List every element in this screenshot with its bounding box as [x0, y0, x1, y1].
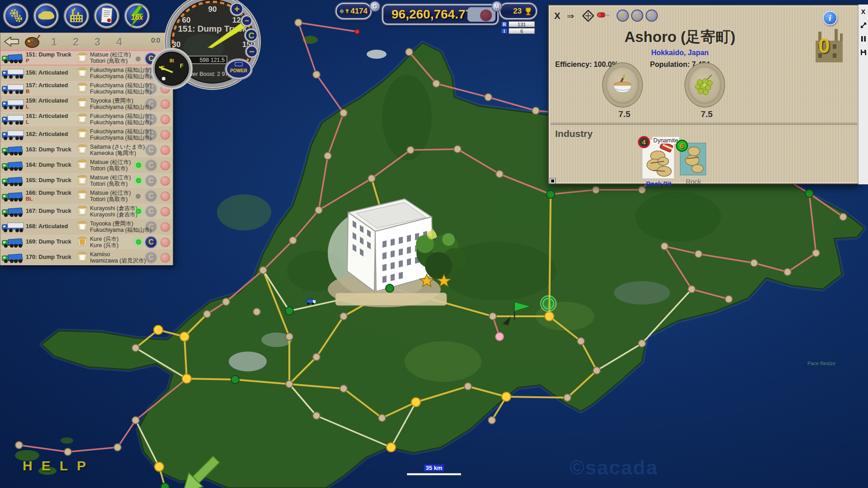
route-stop-button[interactable] [160, 115, 170, 124]
map-node[interactable] [840, 213, 847, 221]
demand-grapes-button[interactable]: 7.5 [685, 63, 724, 107]
vehicle-row[interactable]: 156: ArticulatedFukuchiyama (福知山市)Fukuch… [0, 66, 173, 81]
map-node[interactable] [313, 412, 320, 419]
residential-filter-button[interactable]: R [617, 9, 629, 22]
gauge-refresh-button[interactable]: C [244, 28, 259, 42]
industries-button[interactable] [64, 4, 89, 28]
map-node[interactable] [289, 237, 297, 244]
map-node[interactable] [464, 383, 472, 390]
map-node[interactable] [155, 462, 164, 471]
refresh-route-button[interactable]: C [145, 128, 157, 141]
back-arrow-button[interactable] [4, 37, 19, 47]
vehicle-row[interactable]: 166: Dump TruckBLMatsue (松江市)Tottori (鳥取… [0, 188, 173, 204]
map-node[interactable] [485, 94, 492, 101]
map-node[interactable] [15, 441, 23, 449]
map-node[interactable] [577, 338, 585, 345]
map-node[interactable] [154, 325, 163, 334]
map-node[interactable] [784, 268, 791, 276]
route-stop-button[interactable] [160, 161, 170, 170]
map-node[interactable] [661, 243, 668, 250]
map-node[interactable] [545, 312, 554, 321]
refresh-route-button[interactable]: C [145, 221, 157, 233]
refresh-route-button[interactable]: C [145, 113, 157, 126]
route-segment[interactable] [298, 23, 316, 75]
route-stop-button[interactable] [160, 176, 170, 186]
map-node[interactable] [593, 367, 600, 374]
map-node[interactable] [286, 333, 293, 340]
map-node[interactable] [812, 249, 820, 257]
map-node[interactable] [64, 448, 71, 455]
map-node[interactable] [286, 380, 293, 388]
panel-option-checkbox[interactable] [550, 178, 556, 184]
map-node[interactable] [161, 483, 169, 488]
route-segment[interactable] [118, 420, 136, 447]
industry-rock-pit[interactable]: 4 Dynamite Rock Pit [642, 139, 675, 179]
route-segment[interactable] [298, 23, 357, 32]
contracts-button[interactable] [94, 4, 119, 28]
map-node[interactable] [295, 19, 302, 26]
help-label[interactable]: HELP [23, 458, 95, 474]
demand-food-button[interactable]: 7.5 [603, 63, 642, 107]
map-node[interactable] [688, 286, 695, 293]
route-stop-button[interactable] [160, 222, 170, 232]
map-node[interactable] [132, 417, 139, 424]
tab-3[interactable]: 3 [94, 36, 107, 48]
zoom-out-button[interactable]: − [241, 14, 253, 27]
map-node[interactable] [253, 308, 260, 315]
route-segment[interactable] [68, 447, 118, 452]
map-node[interactable] [222, 298, 230, 305]
map-node[interactable] [495, 333, 504, 341]
map-node[interactable] [750, 259, 758, 267]
route-segment[interactable] [316, 75, 344, 113]
map-node[interactable] [324, 152, 331, 160]
route-stop-button[interactable] [160, 238, 170, 247]
resource-rock[interactable]: 6 Rock [680, 143, 706, 175]
selected-node-highlight[interactable] [541, 296, 556, 311]
map-node[interactable] [203, 310, 211, 318]
refresh-route-button[interactable]: C [145, 174, 157, 187]
map-node[interactable] [313, 71, 320, 78]
vehicle-row[interactable]: 165: Dump TruckMatsue (松江市)Tottori (鳥取市)… [0, 173, 173, 188]
map-node[interactable] [502, 392, 511, 401]
refresh-route-button[interactable]: C [145, 251, 157, 264]
route-stop-button[interactable] [160, 253, 170, 263]
m-badge[interactable]: M [491, 1, 502, 12]
gold-trophy-counter[interactable]: 4174 [335, 3, 372, 19]
industry-name-link[interactable]: Rock Pit [642, 180, 675, 188]
vehicles-button[interactable] [34, 4, 58, 28]
map-node[interactable] [259, 267, 267, 274]
vehicle-group-tabs[interactable]: 1 2 3 4 [51, 36, 128, 48]
route-stop-button[interactable] [160, 99, 170, 109]
map-node[interactable] [231, 375, 239, 384]
g-badge[interactable]: G [369, 1, 380, 12]
map-node[interactable] [355, 29, 359, 34]
map-node[interactable] [340, 385, 347, 392]
pin-icon[interactable] [597, 9, 610, 22]
map-node[interactable] [378, 414, 386, 422]
window-pause-button[interactable] [860, 35, 867, 42]
city-factories-button[interactable]: 0 [812, 27, 846, 65]
window-save-button[interactable] [860, 49, 867, 56]
map-node[interactable] [592, 186, 599, 193]
map-node[interactable] [695, 250, 702, 258]
map-node[interactable] [180, 332, 189, 341]
map-node[interactable] [454, 145, 461, 153]
route-stop-button[interactable] [160, 145, 170, 155]
window-close-button[interactable]: X [860, 8, 867, 15]
route-segment[interactable] [187, 379, 235, 380]
route-stop-button[interactable] [160, 130, 170, 140]
gauge-more-button[interactable]: ••• [245, 45, 259, 58]
commercial-filter-button[interactable]: C [631, 9, 643, 22]
map-node[interactable] [638, 340, 646, 347]
map-node[interactable] [285, 307, 293, 315]
route-stop-button[interactable] [160, 207, 170, 216]
route-stop-button[interactable] [160, 192, 170, 201]
map-node[interactable] [340, 109, 347, 117]
refresh-route-button[interactable]: C [145, 190, 157, 202]
panel-close-x[interactable]: X [554, 11, 560, 21]
map-node[interactable] [182, 374, 191, 383]
refresh-route-button[interactable]: C [145, 159, 157, 172]
tab-1[interactable]: 1 [51, 36, 63, 48]
map-node[interactable] [488, 417, 495, 424]
furano-node[interactable] [386, 284, 394, 292]
